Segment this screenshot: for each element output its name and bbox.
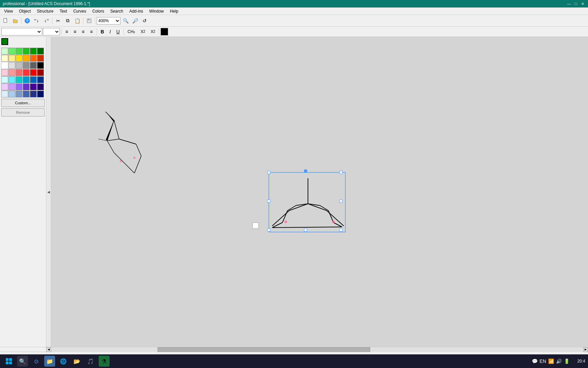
color-swatch[interactable] (1, 48, 8, 55)
cut-button[interactable]: ✂ (54, 16, 63, 25)
color-swatch[interactable] (37, 55, 44, 62)
tray-notification[interactable]: 💬 (532, 358, 538, 364)
start-button[interactable] (3, 355, 15, 367)
menu-addins[interactable]: Add-ins (127, 8, 146, 14)
custom-color-button[interactable]: Custom... (1, 99, 45, 107)
align-justify-button[interactable]: ≡ (88, 28, 95, 36)
zoom-in-button[interactable]: 🔍 (121, 16, 130, 25)
scroll-left-button[interactable]: ◀ (46, 347, 51, 352)
superscript-button[interactable]: X2 (148, 28, 158, 36)
align-left-button[interactable]: ≡ (63, 28, 70, 36)
color-swatch[interactable] (16, 76, 22, 83)
color-swatch[interactable] (37, 48, 44, 55)
help-button[interactable]: ? (23, 16, 32, 25)
size-select[interactable] (43, 28, 60, 35)
color-swatch[interactable] (9, 55, 15, 62)
tray-network[interactable]: 📶 (548, 358, 554, 364)
taskbar-files2[interactable]: 📂 (71, 356, 82, 367)
align-right-button[interactable]: ≡ (79, 28, 87, 36)
color-swatch[interactable] (1, 62, 8, 69)
color-swatch[interactable] (16, 83, 22, 90)
color-swatch[interactable] (30, 62, 37, 69)
color-swatch[interactable] (23, 62, 30, 69)
zoom-out-button[interactable]: 🔎 (131, 16, 140, 25)
color-swatch[interactable] (9, 76, 15, 83)
color-swatch[interactable] (23, 76, 30, 83)
scroll-track[interactable] (51, 347, 583, 352)
taskbar-browser[interactable]: 🌐 (58, 356, 69, 367)
menu-text[interactable]: Text (57, 8, 70, 14)
new-button[interactable] (1, 16, 10, 25)
color-swatch[interactable] (30, 69, 37, 76)
molecule-2[interactable] (267, 170, 345, 232)
font-select[interactable] (1, 28, 42, 35)
tray-volume[interactable]: 🔊 (556, 358, 562, 364)
subscript-button[interactable]: X2 (138, 28, 148, 36)
color-swatch[interactable] (23, 48, 30, 55)
collapse-panel-button[interactable]: ◀ (46, 37, 51, 347)
scroll-right-button[interactable]: ▶ (583, 347, 588, 352)
color-swatch[interactable] (23, 91, 30, 97)
taskbar-cortana[interactable]: ⊙ (31, 356, 42, 367)
copy-button[interactable]: ⧉ (63, 16, 72, 25)
redo-button[interactable] (42, 16, 51, 25)
color-swatch[interactable] (30, 48, 37, 55)
color-swatch[interactable] (23, 69, 30, 76)
color-indicator[interactable] (161, 28, 168, 35)
color-swatch[interactable] (1, 76, 8, 83)
drawing-surface[interactable] (51, 37, 588, 347)
color-swatch[interactable] (9, 91, 15, 97)
color-swatch[interactable] (1, 69, 8, 76)
save-button[interactable] (85, 16, 94, 25)
color-swatch[interactable] (9, 83, 15, 90)
color-swatch[interactable] (16, 91, 22, 97)
taskbar-music[interactable]: 🎵 (85, 356, 96, 367)
chem-button[interactable]: CH₂ (125, 28, 137, 36)
menu-structure[interactable]: Structure (34, 8, 56, 14)
taskbar-files[interactable]: 📁 (44, 356, 55, 367)
canvas-area[interactable] (51, 37, 588, 347)
menu-colors[interactable]: Colors (89, 8, 107, 14)
open-button[interactable] (11, 16, 20, 25)
color-swatch[interactable] (30, 55, 37, 62)
active-color[interactable] (1, 38, 8, 45)
color-swatch[interactable] (9, 48, 15, 55)
scroll-thumb[interactable] (158, 347, 371, 352)
minimize-button[interactable]: — (566, 1, 572, 6)
color-swatch[interactable] (1, 83, 8, 90)
color-swatch[interactable] (30, 76, 37, 83)
color-swatch[interactable] (37, 83, 44, 90)
color-swatch[interactable] (9, 69, 15, 76)
color-swatch[interactable] (1, 91, 8, 97)
italic-button[interactable]: I (107, 28, 113, 36)
menu-curves[interactable]: Curves (70, 8, 89, 14)
color-swatch[interactable] (1, 55, 8, 62)
color-swatch[interactable] (30, 83, 37, 90)
color-swatch[interactable] (37, 62, 44, 69)
color-swatch[interactable] (30, 91, 37, 97)
tray-keyboard[interactable]: EN (540, 358, 546, 364)
color-swatch[interactable] (23, 83, 30, 90)
underline-button[interactable]: U (114, 28, 122, 36)
undo-button[interactable] (32, 16, 41, 25)
color-swatch[interactable] (37, 69, 44, 76)
menu-search[interactable]: Search (108, 8, 126, 14)
menu-help[interactable]: Help (167, 8, 181, 14)
color-swatch[interactable] (16, 62, 22, 69)
align-center-button[interactable]: ≡ (71, 28, 79, 36)
color-swatch[interactable] (23, 55, 30, 62)
color-swatch[interactable] (16, 69, 22, 76)
maximize-button[interactable]: □ (573, 1, 578, 6)
taskbar-search[interactable]: 🔍 (17, 356, 28, 367)
close-button[interactable]: ✕ (580, 1, 585, 6)
color-swatch[interactable] (37, 76, 44, 83)
color-swatch[interactable] (16, 55, 22, 62)
color-swatch[interactable] (9, 62, 15, 69)
color-swatch[interactable] (16, 48, 22, 55)
tray-power[interactable]: 🔋 (564, 358, 570, 364)
menu-window[interactable]: Window (147, 8, 167, 14)
bold-button[interactable]: B (98, 28, 107, 36)
refresh-button[interactable]: ↺ (140, 16, 149, 25)
zoom-select[interactable]: 25% 50% 100% 200% 400% 800% (97, 17, 120, 25)
paste-button[interactable]: 📋 (73, 16, 82, 25)
